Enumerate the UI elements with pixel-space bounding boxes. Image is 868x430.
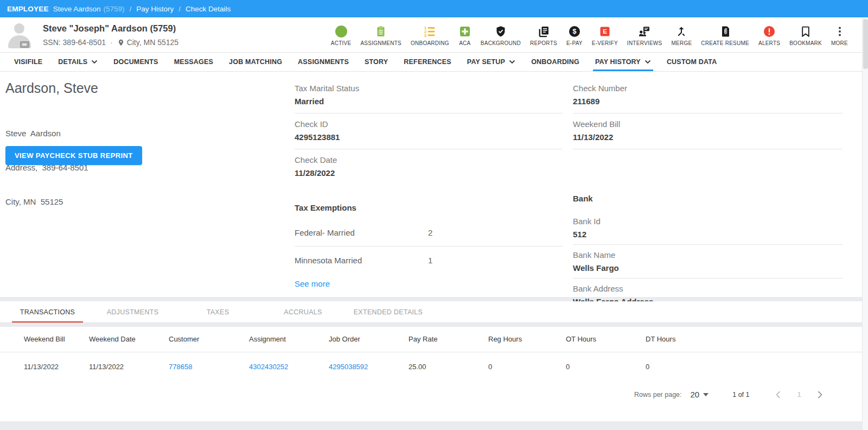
- clipboard-icon: [374, 24, 387, 39]
- column-header: Reg Hours: [488, 327, 566, 352]
- action-bookmark[interactable]: BOOKMARK: [789, 24, 822, 46]
- cell-ot-hours: 0: [566, 352, 646, 382]
- check-fields-right-column: Check Number 211689 Weekend Bill 11/13/2…: [573, 81, 843, 312]
- current-page-number[interactable]: 1: [797, 390, 801, 399]
- column-header: OT Hours: [566, 327, 646, 352]
- tab-onboarding[interactable]: ONBOARDING: [531, 53, 579, 71]
- check-employee-title: Aardson, Steve: [5, 80, 98, 96]
- breadcrumb: EMPLOYEE Steve Aardson (5759) / Pay Hist…: [0, 0, 868, 17]
- action-merge[interactable]: MERGE: [671, 24, 692, 46]
- tab-documents[interactable]: DOCUMENTS: [113, 53, 158, 71]
- action-background[interactable]: BACKGROUND: [481, 24, 521, 46]
- field-weekend-bill: Weekend Bill 11/13/2022: [573, 113, 843, 149]
- cell-pay-rate: 25.00: [409, 352, 488, 382]
- tab-custom-data[interactable]: CUSTOM DATA: [667, 53, 717, 71]
- active-status-icon: [335, 24, 347, 39]
- breadcrumb-pay-history[interactable]: Pay History: [136, 5, 174, 13]
- action-alerts[interactable]: ALERTS: [758, 24, 780, 46]
- avatar: [5, 21, 34, 49]
- column-header: Assignment: [249, 327, 329, 352]
- chevron-down-icon: [509, 60, 515, 64]
- field-check-number: Check Number 211689: [573, 81, 843, 113]
- exemption-row-minnesota: Minnesota Married 1: [295, 246, 563, 265]
- check-employee-address: Steve Aardson Address, 389-64-8501 City,…: [5, 105, 88, 230]
- action-assignments[interactable]: ASSIGNMENTS: [360, 24, 401, 46]
- action-everify[interactable]: E E-VERIFY: [592, 24, 618, 46]
- address-line: City, MN 55125: [5, 196, 88, 207]
- previous-page-button[interactable]: [775, 390, 781, 399]
- alert-exclamation-icon: [763, 24, 776, 39]
- column-header: Job Order: [329, 327, 409, 352]
- breadcrumb-employee-id: (5759): [103, 5, 124, 13]
- bank-section-title: Bank: [573, 194, 843, 203]
- breadcrumb-section-label: EMPLOYEE: [7, 5, 49, 13]
- check-sub-tab-bar: TRANSACTIONS ADJUSTMENTS TAXES ACCRUALS …: [0, 301, 862, 323]
- action-reports[interactable]: REPORTS: [530, 24, 557, 46]
- check-fields-middle-column: Tax Marital Status Married Check ID 4295…: [295, 81, 563, 289]
- action-create-resume[interactable]: CREATE RESUME: [701, 24, 749, 46]
- tab-story[interactable]: STORY: [365, 53, 388, 71]
- subtab-accruals[interactable]: ACCRUALS: [260, 301, 346, 322]
- exemption-value: 2: [428, 228, 432, 237]
- tab-assignments[interactable]: ASSIGNMENTS: [298, 53, 349, 71]
- pagination: Rows per page: 20 1 of 1 1: [634, 390, 823, 399]
- cell-job-order-link[interactable]: 4295038592: [329, 352, 409, 382]
- action-more[interactable]: MORE: [831, 24, 848, 46]
- tab-details[interactable]: DETAILS: [58, 53, 98, 71]
- subtab-adjustments[interactable]: ADJUSTMENTS: [90, 301, 175, 322]
- rows-per-page-select[interactable]: 20: [691, 390, 709, 399]
- subtab-extended-details[interactable]: EXTENDED DETAILS: [346, 301, 431, 322]
- chevron-down-icon: [91, 60, 98, 64]
- view-paycheck-stub-reprint-button[interactable]: VIEW PAYCHECK STUB REPRINT: [5, 146, 142, 165]
- vertical-scrollbar[interactable]: [862, 17, 868, 430]
- document-paperclip-icon: [719, 24, 732, 39]
- tab-visifile[interactable]: VISIFILE: [14, 53, 42, 71]
- action-onboarding[interactable]: 123 ONBOARDING: [411, 24, 449, 46]
- breadcrumb-employee-name[interactable]: Steve Aardson: [53, 5, 101, 13]
- column-header: Customer: [169, 327, 249, 352]
- employee-ssn: SSN: 389-64-8501: [43, 38, 106, 47]
- action-active[interactable]: ACTIVE: [331, 24, 352, 46]
- employee-location[interactable]: City, MN 55125: [127, 38, 178, 47]
- cell-weekend-date: 11/13/2022: [89, 352, 169, 382]
- svg-text:$: $: [572, 28, 576, 35]
- action-interviews[interactable]: INTERVIEWS: [627, 24, 662, 46]
- action-aca[interactable]: ACA: [458, 24, 471, 46]
- check-details-panel: Aardson, Steve Steve Aardson Address, 38…: [0, 72, 862, 297]
- see-more-link[interactable]: See more: [295, 279, 330, 288]
- svg-text:3: 3: [424, 33, 426, 38]
- action-epay[interactable]: $ E-PAY: [566, 24, 583, 46]
- tab-pay-setup[interactable]: PAY SETUP: [467, 53, 515, 71]
- field-bank-name: Bank Name Wells Fargo: [573, 245, 843, 279]
- next-page-button[interactable]: [817, 390, 823, 399]
- tab-messages[interactable]: MESSAGES: [174, 53, 213, 71]
- transactions-table-panel: Weekend Bill Weekend Date Customer Assig…: [0, 327, 862, 421]
- field-check-id: Check ID 4295123881: [295, 113, 563, 149]
- subtab-transactions[interactable]: TRANSACTIONS: [5, 301, 90, 322]
- cell-dt-hours: 0: [646, 352, 862, 382]
- subtab-taxes[interactable]: TAXES: [175, 301, 260, 322]
- bookmark-icon: [799, 24, 812, 39]
- cell-assignment-link[interactable]: 4302430252: [249, 352, 329, 382]
- main-tab-bar: VISIFILE DETAILS DOCUMENTS MESSAGES JOB …: [0, 53, 862, 72]
- id-badge-icon: [20, 41, 29, 48]
- exemption-row-federal: Federal- Married 2: [295, 228, 563, 246]
- tab-job-matching[interactable]: JOB MATCHING: [229, 53, 282, 71]
- field-check-date: Check Date 11/28/2022: [295, 149, 563, 185]
- dollar-circle-icon: $: [568, 24, 581, 39]
- breadcrumb-check-details: Check Details: [186, 5, 231, 13]
- tab-pay-history[interactable]: PAY HISTORY: [595, 53, 651, 71]
- documents-icon: [537, 24, 550, 39]
- tax-exemptions-title: Tax Exemptions: [295, 203, 563, 212]
- scrollbar-thumb[interactable]: [863, 19, 868, 69]
- vertical-ellipsis-icon: [833, 24, 846, 39]
- exemption-value: 1: [428, 256, 432, 265]
- tab-references[interactable]: REFERENCES: [404, 53, 451, 71]
- cell-reg-hours: 0: [488, 352, 566, 382]
- breadcrumb-separator: /: [178, 5, 181, 13]
- address-line: Steve Aardson: [5, 128, 88, 139]
- cell-customer-link[interactable]: 778658: [169, 352, 249, 382]
- field-tax-marital-status: Tax Marital Status Married: [295, 81, 563, 113]
- employee-name: Steve "Joseph" Aardson (5759): [43, 23, 178, 34]
- page-info: 1 of 1: [732, 391, 749, 399]
